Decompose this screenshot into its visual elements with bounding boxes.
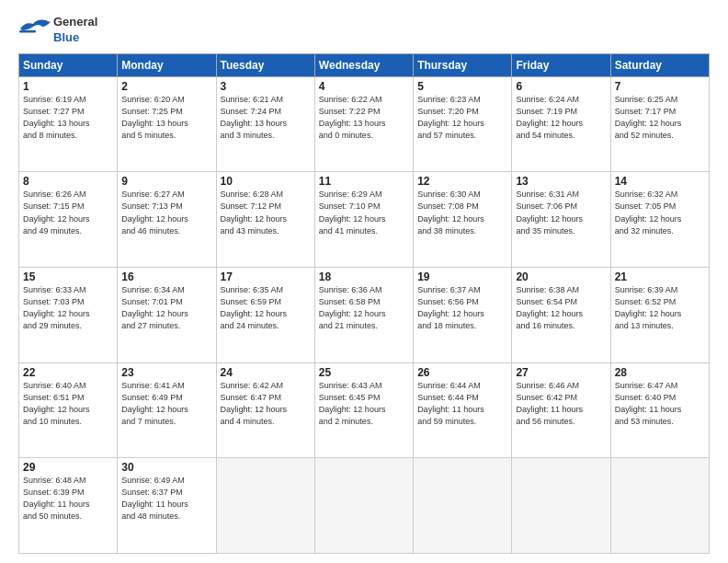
logo-general-text: General [53,15,97,30]
calendar-cell: 10Sunrise: 6:28 AM Sunset: 7:12 PM Dayli… [216,172,314,268]
week-row: 29Sunrise: 6:48 AM Sunset: 6:39 PM Dayli… [19,458,710,554]
day-info: Sunrise: 6:33 AM Sunset: 7:03 PM Dayligh… [23,284,113,332]
calendar-cell: 13Sunrise: 6:31 AM Sunset: 7:06 PM Dayli… [512,172,610,268]
day-number: 5 [417,80,507,93]
calendar-cell: 2Sunrise: 6:20 AM Sunset: 7:25 PM Daylig… [118,76,216,172]
header: General Blue [18,15,710,46]
calendar-cell: 9Sunrise: 6:27 AM Sunset: 7:13 PM Daylig… [118,172,216,268]
day-number: 22 [23,366,113,379]
day-number: 24 [221,366,311,379]
calendar-cell: 26Sunrise: 6:44 AM Sunset: 6:44 PM Dayli… [414,362,512,458]
day-info: Sunrise: 6:44 AM Sunset: 6:44 PM Dayligh… [417,380,507,428]
logo-blue-text: Blue [53,30,97,46]
calendar-cell: 23Sunrise: 6:41 AM Sunset: 6:49 PM Dayli… [118,362,216,458]
day-info: Sunrise: 6:21 AM Sunset: 7:24 PM Dayligh… [221,94,311,142]
day-number: 12 [417,175,507,188]
day-number: 16 [121,270,211,283]
calendar-cell: 27Sunrise: 6:46 AM Sunset: 6:42 PM Dayli… [512,362,610,458]
day-info: Sunrise: 6:46 AM Sunset: 6:42 PM Dayligh… [516,380,606,428]
day-info: Sunrise: 6:27 AM Sunset: 7:13 PM Dayligh… [121,189,211,236]
calendar-cell [414,458,512,554]
day-info: Sunrise: 6:41 AM Sunset: 6:49 PM Dayligh… [121,380,211,428]
day-number: 10 [221,175,311,188]
day-number: 8 [23,175,113,188]
calendar-cell: 14Sunrise: 6:32 AM Sunset: 7:05 PM Dayli… [610,172,709,268]
day-number: 15 [23,270,113,283]
calendar-cell: 25Sunrise: 6:43 AM Sunset: 6:45 PM Dayli… [314,362,413,458]
day-info: Sunrise: 6:29 AM Sunset: 7:10 PM Dayligh… [319,189,409,236]
day-info: Sunrise: 6:23 AM Sunset: 7:20 PM Dayligh… [417,94,507,142]
day-number: 19 [417,270,507,283]
day-info: Sunrise: 6:49 AM Sunset: 6:37 PM Dayligh… [121,475,211,523]
day-number: 21 [615,270,705,283]
calendar-cell: 12Sunrise: 6:30 AM Sunset: 7:08 PM Dayli… [414,172,512,268]
day-of-week-thursday: Thursday [414,53,512,76]
day-of-week-tuesday: Tuesday [216,53,314,76]
calendar-cell: 16Sunrise: 6:34 AM Sunset: 7:01 PM Dayli… [118,268,216,363]
day-number: 25 [319,366,409,379]
week-row: 22Sunrise: 6:40 AM Sunset: 6:51 PM Dayli… [19,362,710,458]
day-info: Sunrise: 6:48 AM Sunset: 6:39 PM Dayligh… [23,475,113,523]
day-info: Sunrise: 6:32 AM Sunset: 7:05 PM Dayligh… [615,189,705,236]
calendar-cell: 20Sunrise: 6:38 AM Sunset: 6:54 PM Dayli… [512,268,610,363]
calendar-cell: 5Sunrise: 6:23 AM Sunset: 7:20 PM Daylig… [414,76,512,172]
day-number: 13 [516,175,606,188]
calendar-cell [610,458,709,554]
calendar-cell: 3Sunrise: 6:21 AM Sunset: 7:24 PM Daylig… [216,76,314,172]
calendar-cell: 1Sunrise: 6:19 AM Sunset: 7:27 PM Daylig… [19,76,118,172]
day-number: 23 [121,366,211,379]
week-row: 1Sunrise: 6:19 AM Sunset: 7:27 PM Daylig… [19,76,710,172]
calendar-cell: 17Sunrise: 6:35 AM Sunset: 6:59 PM Dayli… [216,268,314,363]
day-number: 7 [615,80,705,93]
calendar-cell: 28Sunrise: 6:47 AM Sunset: 6:40 PM Dayli… [610,362,709,458]
day-info: Sunrise: 6:28 AM Sunset: 7:12 PM Dayligh… [221,189,311,236]
day-number: 30 [121,461,211,474]
day-of-week-monday: Monday [118,53,216,76]
day-of-week-wednesday: Wednesday [314,53,413,76]
day-number: 29 [23,461,113,474]
day-info: Sunrise: 6:22 AM Sunset: 7:22 PM Dayligh… [319,94,409,142]
day-info: Sunrise: 6:40 AM Sunset: 6:51 PM Dayligh… [23,380,113,428]
day-number: 18 [319,270,409,283]
days-of-week-row: SundayMondayTuesdayWednesdayThursdayFrid… [19,53,710,76]
svg-rect-0 [19,30,36,33]
day-number: 3 [221,80,311,93]
day-of-week-saturday: Saturday [610,53,709,76]
calendar-cell: 7Sunrise: 6:25 AM Sunset: 7:17 PM Daylig… [610,76,709,172]
calendar-cell: 30Sunrise: 6:49 AM Sunset: 6:37 PM Dayli… [118,458,216,554]
calendar-cell: 22Sunrise: 6:40 AM Sunset: 6:51 PM Dayli… [19,362,118,458]
calendar-cell: 24Sunrise: 6:42 AM Sunset: 6:47 PM Dayli… [216,362,314,458]
day-number: 1 [23,80,113,93]
calendar-cell: 19Sunrise: 6:37 AM Sunset: 6:56 PM Dayli… [414,268,512,363]
day-info: Sunrise: 6:24 AM Sunset: 7:19 PM Dayligh… [516,94,606,142]
day-info: Sunrise: 6:30 AM Sunset: 7:08 PM Dayligh… [417,189,507,236]
calendar-cell: 29Sunrise: 6:48 AM Sunset: 6:39 PM Dayli… [19,458,118,554]
day-info: Sunrise: 6:20 AM Sunset: 7:25 PM Dayligh… [121,94,211,142]
day-number: 14 [615,175,705,188]
day-info: Sunrise: 6:39 AM Sunset: 6:52 PM Dayligh… [615,284,705,332]
calendar-cell [512,458,610,554]
day-of-week-sunday: Sunday [19,53,118,76]
calendar-cell: 6Sunrise: 6:24 AM Sunset: 7:19 PM Daylig… [512,76,610,172]
day-info: Sunrise: 6:36 AM Sunset: 6:58 PM Dayligh… [319,284,409,332]
calendar-cell: 15Sunrise: 6:33 AM Sunset: 7:03 PM Dayli… [19,268,118,363]
logo: General Blue [18,15,97,46]
day-info: Sunrise: 6:42 AM Sunset: 6:47 PM Dayligh… [221,380,311,428]
day-number: 20 [516,270,606,283]
calendar-cell: 18Sunrise: 6:36 AM Sunset: 6:58 PM Dayli… [314,268,413,363]
calendar-cell: 4Sunrise: 6:22 AM Sunset: 7:22 PM Daylig… [314,76,413,172]
day-info: Sunrise: 6:47 AM Sunset: 6:40 PM Dayligh… [615,380,705,428]
day-info: Sunrise: 6:26 AM Sunset: 7:15 PM Dayligh… [23,189,113,236]
day-number: 11 [319,175,409,188]
day-info: Sunrise: 6:25 AM Sunset: 7:17 PM Dayligh… [615,94,705,142]
day-info: Sunrise: 6:31 AM Sunset: 7:06 PM Dayligh… [516,189,606,236]
calendar-cell [216,458,314,554]
day-number: 26 [417,366,507,379]
calendar: SundayMondayTuesdayWednesdayThursdayFrid… [18,53,710,554]
day-number: 6 [516,80,606,93]
calendar-cell: 21Sunrise: 6:39 AM Sunset: 6:52 PM Dayli… [610,268,709,363]
calendar-cell: 11Sunrise: 6:29 AM Sunset: 7:10 PM Dayli… [314,172,413,268]
week-row: 15Sunrise: 6:33 AM Sunset: 7:03 PM Dayli… [19,268,710,363]
day-number: 2 [121,80,211,93]
day-number: 17 [221,270,311,283]
